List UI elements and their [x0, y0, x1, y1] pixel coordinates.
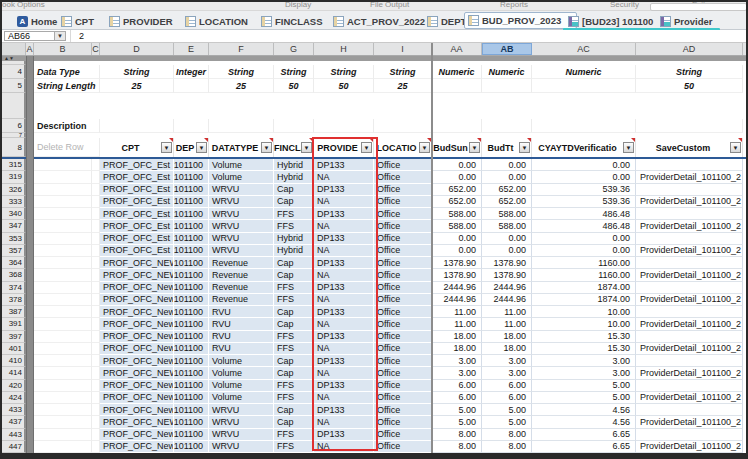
cell[interactable]	[532, 79, 636, 93]
cell[interactable]	[92, 282, 100, 294]
cell[interactable]: Integer	[174, 65, 209, 79]
cell[interactable]	[482, 119, 532, 133]
cell-cyaytd[interactable]: 10.00	[532, 306, 636, 318]
cell[interactable]	[34, 441, 92, 453]
cell[interactable]: 25	[374, 79, 432, 93]
cell-budsum[interactable]: 3.00	[432, 367, 482, 379]
cell-budsum[interactable]: 11.00	[432, 306, 482, 318]
filter-dropdown-icon[interactable]: ▼	[301, 142, 312, 153]
cell[interactable]	[34, 392, 92, 404]
tab-cpt[interactable]: CPT	[58, 13, 97, 29]
cell[interactable]	[34, 318, 92, 330]
cell-cyaytd[interactable]: 5.00	[532, 392, 636, 404]
cell-budttl[interactable]: 652.00	[482, 196, 532, 208]
cell-cyaytd[interactable]: 6.65	[532, 429, 636, 441]
cell-budttl[interactable]: 0.00	[482, 245, 532, 257]
cell-dept[interactable]: 101100	[174, 331, 209, 343]
cell-cyaytd[interactable]: 539.36	[532, 196, 636, 208]
cell-datatype[interactable]: WRVU	[209, 233, 274, 245]
column-letter-A[interactable]: A	[26, 43, 34, 55]
cell[interactable]	[174, 119, 209, 133]
filter-dropdown-icon[interactable]: ▼	[469, 142, 480, 153]
tab-dept[interactable]: DEPT	[424, 13, 469, 29]
cell-savecustom[interactable]: ProviderDetail_101100_2	[636, 416, 743, 428]
row-number[interactable]: 4	[2, 65, 26, 79]
cell[interactable]	[34, 404, 92, 416]
cell-savecustom[interactable]	[636, 429, 743, 441]
cell-budttl[interactable]: 11.00	[482, 306, 532, 318]
row-number[interactable]: 447	[2, 441, 26, 453]
column-header-datatype[interactable]: DATATYPE▼	[209, 138, 274, 157]
cell-budsum[interactable]: 6.00	[432, 380, 482, 392]
cell-savecustom[interactable]: ProviderDetail_101100_2	[636, 245, 743, 257]
cell-location[interactable]: Office	[374, 245, 432, 257]
cell-dept[interactable]: 101100	[174, 159, 209, 171]
cell-budttl[interactable]: 5.00	[482, 404, 532, 416]
tab-finclass[interactable]: FINCLASS	[258, 13, 326, 29]
cell[interactable]	[34, 196, 92, 208]
cell-budttl[interactable]: 11.00	[482, 318, 532, 330]
cell-dept[interactable]: 101100	[174, 380, 209, 392]
cell-budsum[interactable]: 0.00	[432, 171, 482, 183]
cell-savecustom[interactable]	[636, 380, 743, 392]
cell-budsum[interactable]: 3.00	[432, 355, 482, 367]
column-letter-F[interactable]: F	[209, 43, 274, 55]
cell-dept[interactable]: 101100	[174, 269, 209, 281]
cell-cpt[interactable]: PROF_OFC_Est	[100, 171, 174, 183]
cell[interactable]	[92, 208, 100, 220]
cell-location[interactable]: Office	[374, 196, 432, 208]
cell-budsum[interactable]: 588.00	[432, 220, 482, 232]
cell[interactable]	[34, 282, 92, 294]
cell-budsum[interactable]: 5.00	[432, 404, 482, 416]
cell[interactable]	[34, 233, 92, 245]
cell-cyaytd[interactable]: 15.30	[532, 331, 636, 343]
row-number[interactable]: 364	[2, 257, 26, 269]
cell[interactable]	[34, 208, 92, 220]
row-number[interactable]: 374	[2, 282, 26, 294]
cell-savecustom[interactable]	[636, 306, 743, 318]
cell[interactable]	[34, 159, 92, 171]
cell-savecustom[interactable]: ProviderDetail_101100_2	[636, 392, 743, 404]
cell-savecustom[interactable]	[636, 233, 743, 245]
cell[interactable]	[34, 245, 92, 257]
cell-dept[interactable]: 101100	[174, 220, 209, 232]
cell[interactable]	[92, 392, 100, 404]
cell-location[interactable]: Office	[374, 184, 432, 196]
cell-cpt[interactable]: PROF_OFC_Est	[100, 208, 174, 220]
column-letter-AB[interactable]: AB	[482, 43, 532, 55]
cell-cyaytd[interactable]: 6.65	[532, 441, 636, 453]
cell-finclass[interactable]: FFS	[274, 208, 314, 220]
cell[interactable]	[92, 331, 100, 343]
cell-finclass[interactable]: Cap	[274, 269, 314, 281]
row-number[interactable]: 420	[2, 380, 26, 392]
cell[interactable]	[92, 257, 100, 269]
tab-home[interactable]: AHome	[14, 13, 60, 29]
quick-access-box[interactable]	[650, 3, 747, 11]
cell-datatype[interactable]: WRVU	[209, 196, 274, 208]
cell-datatype[interactable]: WRVU	[209, 245, 274, 257]
cell[interactable]	[34, 331, 92, 343]
cell-budttl[interactable]: 0.00	[482, 171, 532, 183]
freeze-split-bar[interactable]: ▲▼	[2, 56, 746, 61]
cell[interactable]	[209, 119, 274, 133]
cell-cyaytd[interactable]: 0.00	[532, 171, 636, 183]
cell[interactable]	[34, 355, 92, 367]
cell[interactable]	[34, 184, 92, 196]
cell[interactable]	[34, 343, 92, 355]
cell[interactable]	[92, 416, 100, 428]
cell-finclass[interactable]: Cap	[274, 306, 314, 318]
cell-dept[interactable]: 101100	[174, 429, 209, 441]
cell-location[interactable]: Office	[374, 367, 432, 379]
cell[interactable]	[92, 318, 100, 330]
cell[interactable]: 50	[636, 79, 743, 93]
cell-cyaytd[interactable]: 1160.00	[532, 269, 636, 281]
filter-dropdown-icon[interactable]: ▼	[419, 142, 430, 153]
delete-row-label[interactable]: Delete Row	[34, 138, 100, 157]
meta-row-label[interactable]: Data Type	[34, 65, 100, 79]
column-letter-H[interactable]: H	[314, 43, 374, 55]
cell-dept[interactable]: 101100	[174, 355, 209, 367]
row-number[interactable]: 6	[2, 119, 26, 133]
cell-dept[interactable]: 101100	[174, 318, 209, 330]
cell[interactable]	[34, 257, 92, 269]
cell-dept[interactable]: 101100	[174, 392, 209, 404]
